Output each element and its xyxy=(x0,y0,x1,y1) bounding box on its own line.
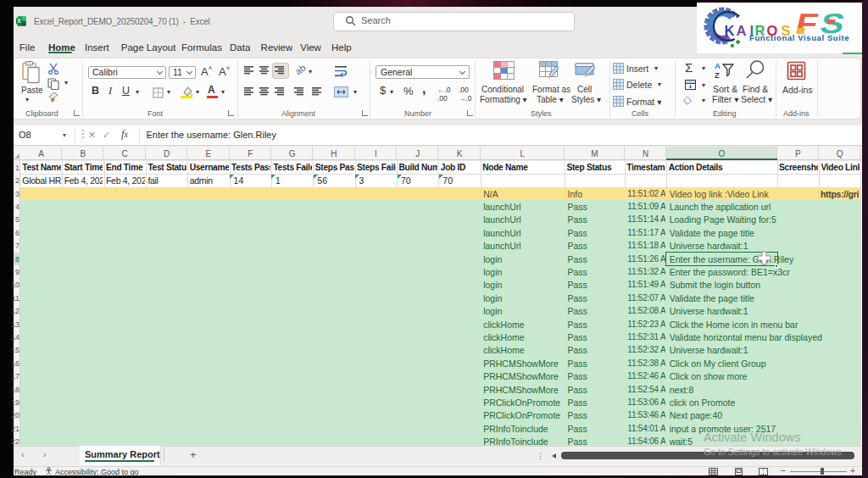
svg-text:Z: Z xyxy=(715,70,720,79)
svg-text:A: A xyxy=(715,61,721,70)
svg-text:X: X xyxy=(17,18,21,24)
